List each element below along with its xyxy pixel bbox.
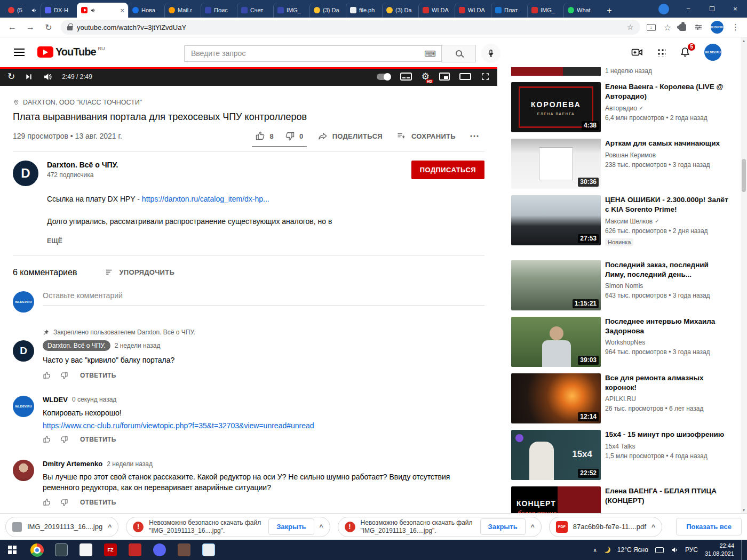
notifications-button[interactable]: 5 <box>679 46 692 59</box>
more-actions-icon[interactable]: ⋯ <box>464 130 484 142</box>
volume-tray-icon[interactable] <box>671 546 678 554</box>
browser-profile-avatar[interactable]: WLDEV.RU <box>711 21 724 34</box>
comment-time[interactable]: 2 недели назад <box>115 342 161 349</box>
reply-button[interactable]: ОТВЕТИТЬ <box>80 499 116 506</box>
channel-name[interactable]: Darxton. Всё о ЧПУ. <box>47 161 118 169</box>
comment-avatar[interactable] <box>13 460 34 481</box>
star-icon[interactable]: ☆ <box>664 22 671 33</box>
taskbar-app-button[interactable] <box>123 540 147 560</box>
location-label[interactable]: DARXTON, ООО "КЛАСС ТОЧНОСТИ" <box>23 99 142 106</box>
download-warning-item[interactable]: ! Невозможно безопасно скачать файл "IMG… <box>126 517 330 537</box>
new-tab-button[interactable]: + <box>602 4 617 18</box>
tune-icon[interactable] <box>694 23 703 31</box>
miniplayer-button[interactable] <box>439 73 450 81</box>
voice-search-button[interactable] <box>481 44 500 63</box>
download-item-pdf[interactable]: PDF 87ac6b9b-fe7e-11....pdf ^ <box>549 517 662 537</box>
browser-tab-active-youtube[interactable]: × <box>77 3 128 18</box>
channel-name[interactable]: Авторадио✓ <box>605 105 729 112</box>
hidden-icons-chevron[interactable]: ∧ <box>593 547 597 553</box>
comment-like-icon[interactable] <box>43 371 51 380</box>
save-button[interactable]: СОХРАНИТЬ <box>391 131 461 141</box>
reply-button[interactable]: ОТВЕТИТЬ <box>80 372 116 379</box>
scroll-up-arrow[interactable]: ▲ <box>742 37 746 44</box>
related-video[interactable]: 15x4 22:52 15х4 - 15 минут про шизофрени… <box>511 430 738 480</box>
browser-tab[interactable]: Нова <box>128 3 164 18</box>
comment-input[interactable]: Оставьте комментарий <box>43 291 484 306</box>
related-video[interactable]: КОРОЛЕВА ЕЛЕНА ВАЕНГА 4:38 Елена Ваенга … <box>511 82 738 132</box>
video-thumbnail[interactable]: 1:15:21 <box>511 260 601 310</box>
taskbar-chrome-button[interactable] <box>25 540 49 560</box>
dislike-button[interactable]: 0 <box>279 131 309 141</box>
comment-composer[interactable]: WLDEV.RU Оставьте комментарий <box>13 291 484 313</box>
channel-avatar[interactable]: D <box>13 161 38 186</box>
search-input[interactable] <box>184 45 441 62</box>
replay-button[interactable]: ↻ <box>7 72 15 81</box>
related-video-partial[interactable]: 1 неделю назад <box>511 67 738 76</box>
dismiss-download-button[interactable]: Закрыть <box>268 518 314 535</box>
subtitles-button[interactable] <box>400 73 412 81</box>
reply-button[interactable]: ОТВЕТИТЬ <box>80 436 116 443</box>
show-more-button[interactable]: ЕЩЁ <box>47 237 378 246</box>
video-thumbnail[interactable]: 15x4 22:52 <box>511 430 601 480</box>
comment-avatar[interactable]: D <box>13 340 34 362</box>
tab-audio-icon[interactable] <box>90 7 96 13</box>
video-title[interactable]: ЦЕНА ОШИБКИ - 2.300.000р! Залёт с KIA So… <box>605 195 729 214</box>
theater-mode-button[interactable] <box>459 73 471 80</box>
browser-tab[interactable]: file.ph <box>346 3 382 18</box>
bookmark-star-icon[interactable]: ☆ <box>627 23 634 31</box>
youtube-logo[interactable]: YouTube RU <box>37 46 105 58</box>
related-video[interactable]: 27:53 ЦЕНА ОШИБКИ - 2.300.000р! Залёт с … <box>511 195 738 246</box>
url-text[interactable]: youtube.com/watch?v=3jtYiZvdUaY <box>77 23 186 31</box>
page-scrollbar[interactable]: ▲ ▼ <box>741 37 747 513</box>
taskbar-app-button[interactable] <box>74 540 98 560</box>
video-title[interactable]: 15х4 - 15 минут про шизофрению <box>605 430 724 439</box>
video-thumbnail[interactable] <box>511 67 601 76</box>
browser-tab[interactable]: WLDA <box>418 3 455 18</box>
taskbar-app-button[interactable] <box>147 540 172 560</box>
video-title[interactable]: Елена Ваенга - Королева (LIVE @ Авторади… <box>605 82 729 101</box>
comment-like-icon[interactable] <box>43 498 51 507</box>
window-close-button[interactable]: × <box>724 0 747 18</box>
download-filename[interactable]: 87ac6b9b-fe7e-11....pdf <box>573 523 646 531</box>
browser-tab[interactable]: (5 <box>4 3 41 18</box>
download-item[interactable]: IMG_20191113_16....jpg ^ <box>5 517 118 537</box>
video-thumbnail[interactable]: 39:03 <box>511 317 601 367</box>
next-button[interactable] <box>25 73 33 81</box>
related-video[interactable]: КОНЦЕРТ белая птица Елена ВАЕНГА - БЕЛАЯ… <box>511 486 738 513</box>
download-menu-chevron[interactable]: ^ <box>320 523 323 531</box>
start-button[interactable] <box>0 540 25 560</box>
address-bar[interactable]: youtube.com/watch?v=3jtYiZvdUaY ☆ <box>61 20 640 35</box>
share-button[interactable]: ПОДЕЛИТЬСЯ <box>312 131 388 141</box>
video-title[interactable]: Арткам для самых начинающих <box>605 139 720 148</box>
sort-comments-button[interactable]: УПОРЯДОЧИТЬ <box>105 268 174 277</box>
comment-like-icon[interactable] <box>43 435 51 444</box>
browser-tab[interactable]: IMG_ <box>273 3 309 18</box>
video-thumbnail[interactable]: КОНЦЕРТ белая птица <box>511 486 601 513</box>
browser-tab[interactable]: (3) Da <box>382 3 418 18</box>
browser-tab[interactable]: Счет <box>237 3 273 18</box>
taskbar-app-button[interactable]: FZ <box>98 540 123 560</box>
autoplay-toggle[interactable] <box>377 74 391 80</box>
download-warning-item[interactable]: ! Невозможно безопасно скачать файл "IMG… <box>338 517 542 537</box>
hamburger-menu-icon[interactable] <box>14 49 25 56</box>
comment-time[interactable]: 0 секунд назад <box>72 396 116 403</box>
related-video[interactable]: 39:03 Последнее интервью Михаила Задорно… <box>511 317 738 367</box>
video-title[interactable]: Все для ремонта алмазных коронок! <box>605 373 729 393</box>
keyboard-icon[interactable]: ⌨ <box>424 49 436 59</box>
video-thumbnail[interactable]: 30:36 <box>511 139 601 189</box>
channel-name[interactable]: Simon Nomis <box>605 282 729 290</box>
download-filename[interactable]: IMG_20191113_16....jpg <box>27 523 102 531</box>
browser-tab[interactable]: (3) Da <box>309 3 346 18</box>
channel-name[interactable]: Максим Шелков✓ <box>605 218 729 225</box>
comment-author[interactable]: Dmitry Artemenko <box>43 460 102 468</box>
video-title[interactable]: Последний заказ, последний Лиму, последн… <box>605 260 729 279</box>
video-title[interactable]: Елена ВАЕНГА - БЕЛАЯ ПТИЦА (КОНЦЕРТ) <box>605 486 729 506</box>
browser-tab[interactable]: DX-H <box>41 3 77 18</box>
comment-author[interactable]: WLDEV <box>43 396 68 404</box>
download-menu-chevron[interactable]: ^ <box>108 523 112 531</box>
related-video[interactable]: 1:15:21 Последний заказ, последний Лиму,… <box>511 260 738 310</box>
channel-name[interactable]: Ровшан Керимов <box>605 151 720 159</box>
related-video[interactable]: 30:36 Арткам для самых начинающих Ровшан… <box>511 139 738 189</box>
window-minimize-button[interactable]: − <box>677 0 700 18</box>
download-menu-chevron[interactable]: ^ <box>651 523 655 531</box>
